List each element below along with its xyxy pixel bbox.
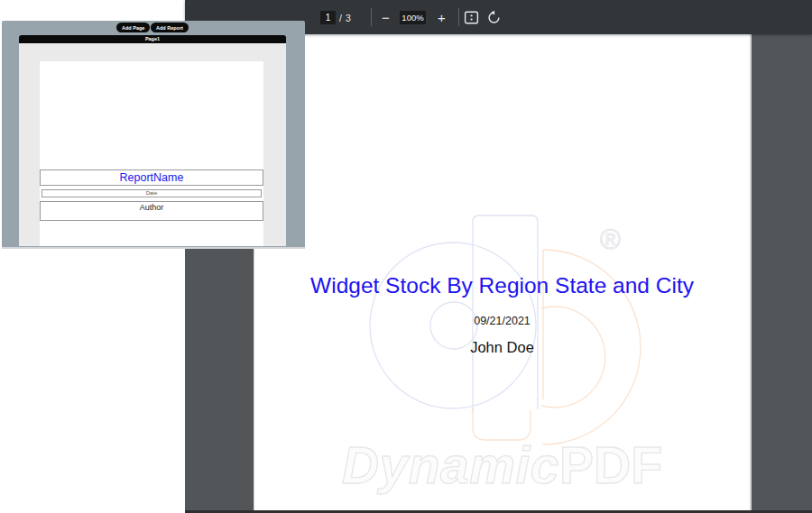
- page-tab[interactable]: Page1: [19, 35, 286, 43]
- zoom-level-input[interactable]: 100%: [400, 11, 426, 24]
- rotate-ccw-icon: [486, 10, 502, 25]
- report-name-field[interactable]: ReportName: [40, 169, 263, 186]
- pdf-page: ® Widget Stock By Region State and City …: [254, 34, 752, 510]
- zoom-out-button[interactable]: −: [375, 7, 396, 27]
- registered-trademark-mark: ®: [600, 225, 621, 253]
- designer-canvas: ReportName Date Author: [19, 43, 286, 246]
- fit-to-page-button[interactable]: [463, 9, 480, 25]
- watermark-text-dynamic: Dynamic: [342, 436, 559, 494]
- date-field[interactable]: Date: [42, 189, 262, 197]
- total-pages: 3: [346, 13, 351, 23]
- watermark-text: DynamicPDF: [254, 435, 750, 495]
- rotate-counterclockwise-icon[interactable]: [485, 9, 503, 25]
- document-date: 09/21/2021: [254, 315, 750, 327]
- plus-icon: +: [438, 10, 446, 25]
- minus-icon: −: [382, 10, 390, 25]
- toolbar-divider: [458, 8, 459, 26]
- fit-to-page-icon: [464, 10, 479, 25]
- page-number-input[interactable]: 1: [320, 11, 336, 24]
- watermark-text-pdf: PDF: [559, 436, 662, 494]
- add-report-button[interactable]: Add Report: [151, 23, 189, 32]
- report-designer-window: Add Page Add Report Page1 ReportName Dat…: [2, 21, 305, 249]
- document-author: John Doe: [254, 339, 750, 356]
- author-field[interactable]: Author: [40, 201, 263, 221]
- add-page-button[interactable]: Add Page: [116, 23, 150, 32]
- designer-page: ReportName Date Author: [40, 61, 263, 246]
- page-separator: /: [339, 13, 342, 23]
- document-title: Widget Stock By Region State and City: [254, 273, 750, 298]
- toolbar-divider: [371, 8, 372, 26]
- zoom-in-button[interactable]: +: [431, 7, 452, 27]
- page-count: /3: [339, 12, 355, 24]
